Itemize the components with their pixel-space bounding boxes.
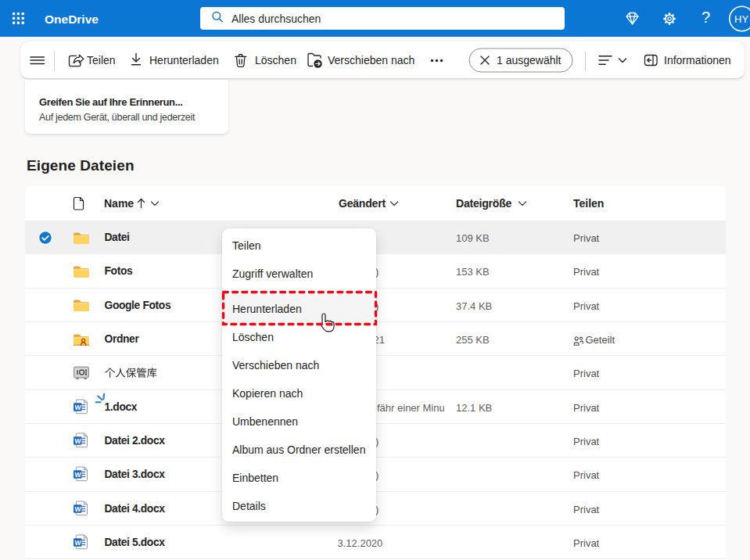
svg-text:W: W (75, 471, 82, 479)
svg-text:W: W (75, 437, 82, 445)
svg-text:HY: HY (734, 13, 748, 25)
svg-text:W: W (75, 539, 82, 547)
svg-text:W: W (75, 403, 82, 411)
svg-text:W: W (75, 504, 82, 512)
